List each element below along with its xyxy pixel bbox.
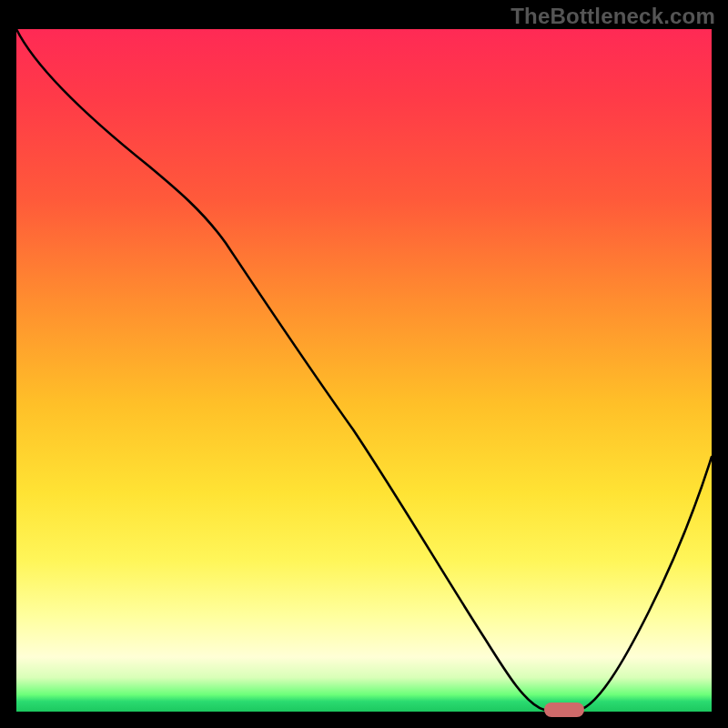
bottleneck-curve-svg: [16, 29, 712, 712]
bottleneck-curve-path: [16, 29, 712, 710]
chart-frame: TheBottleneck.com: [0, 0, 728, 728]
watermark-text: TheBottleneck.com: [511, 4, 715, 29]
optimal-marker: [544, 703, 584, 717]
plot-area: [16, 29, 712, 712]
